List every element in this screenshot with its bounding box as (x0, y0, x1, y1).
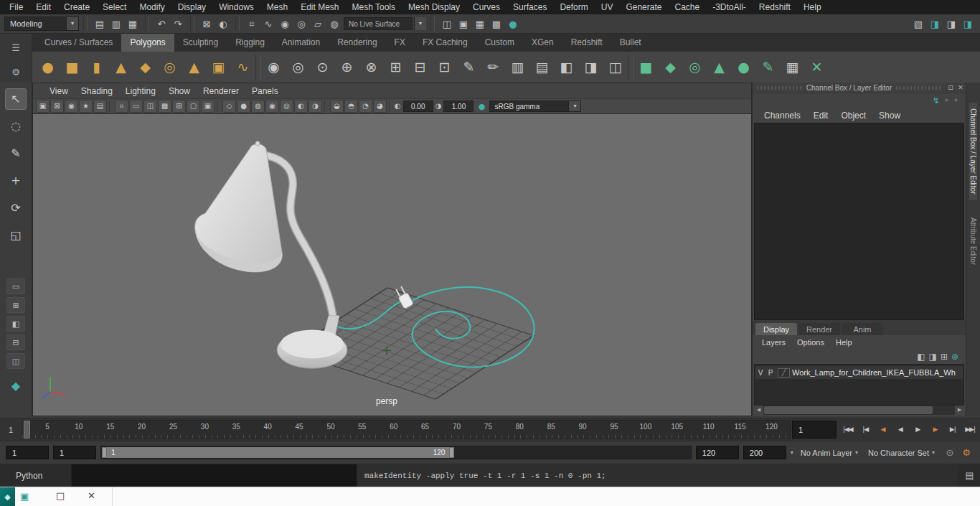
view-transform-toggle-icon[interactable]: ● (476, 100, 487, 112)
shelf-tab[interactable]: Rigging (227, 34, 273, 52)
snap-to-curve-icon[interactable]: ∿ (260, 16, 276, 32)
layer-editor-menu-item[interactable]: Layers (757, 337, 791, 348)
image-plane-icon[interactable]: ▤ (93, 100, 107, 113)
menu-item[interactable]: Help (797, 0, 828, 14)
bevel-icon[interactable]: ⊟ (408, 55, 432, 80)
tab-channel-box[interactable]: Channel Box / Layer Editor (969, 103, 977, 200)
move-tool[interactable]: + (5, 170, 27, 192)
undo-icon[interactable]: ↶ (154, 16, 169, 32)
layer-editor-tab[interactable]: Display (755, 323, 797, 335)
scroll-left-icon[interactable]: ◀ (754, 406, 763, 415)
current-frame-marker[interactable] (24, 421, 30, 439)
safe-action-icon[interactable]: ▢ (187, 100, 200, 113)
mt-target-weld-icon[interactable]: ● (732, 55, 755, 80)
layout-single-pane[interactable]: ▭ (6, 278, 25, 294)
menu-item[interactable]: -3DtoAll- (706, 0, 753, 14)
combine-icon[interactable]: ⊕ (335, 55, 359, 80)
make-live-icon[interactable]: ◍ (326, 16, 342, 32)
separate-icon[interactable]: ⊗ (359, 55, 383, 80)
go-to-start-button[interactable]: |◀◀ (840, 422, 855, 438)
menu-item[interactable]: Cache (668, 0, 706, 14)
shelf-tab[interactable]: Bullet (611, 34, 650, 52)
scroll-right-icon[interactable]: ▶ (955, 406, 964, 415)
poly-platonic-icon[interactable]: ◆ (133, 55, 157, 80)
layer-editor-menu-item[interactable]: Help (831, 337, 857, 348)
viewport-3d-scene[interactable]: persp (33, 114, 751, 416)
field-chart-icon[interactable]: ⊞ (172, 100, 186, 113)
close-window-icon[interactable]: ✕ (88, 491, 95, 500)
shelf-tab[interactable]: Curves / Surfaces (36, 34, 121, 52)
menu-item[interactable]: Mesh Tools (346, 0, 402, 14)
range-end-handle[interactable] (449, 447, 454, 458)
center-pivot-icon[interactable]: ◫ (603, 55, 627, 80)
scale-tool[interactable]: ◱ (5, 225, 27, 246)
redo-icon[interactable]: ↷ (170, 16, 186, 32)
shelf-tabs-menu-icon[interactable]: ☰ (8, 39, 24, 55)
highlight-selection-icon[interactable]: ◐ (215, 16, 231, 32)
character-set-dropdown[interactable]: No Character Set ▾ (865, 446, 938, 459)
window-app-icon[interactable]: ▣ (20, 492, 29, 501)
transform-constraint-icon[interactable]: ✕ (805, 55, 829, 80)
live-surface-field[interactable]: No Live Surface (344, 17, 413, 30)
exposure-icon[interactable]: ◐ (395, 103, 401, 110)
attribute-editor-toggle-icon[interactable]: ◨ (943, 16, 959, 32)
step-forward-frame-button[interactable]: ▶| (945, 422, 960, 438)
chevron-down-icon[interactable]: ▾ (414, 17, 426, 30)
auto-key-icon[interactable]: ⊙ (942, 445, 958, 461)
menu-item[interactable]: Display (171, 0, 212, 14)
shelf-tab[interactable]: FX Caching (414, 34, 476, 52)
panel-drag-bar[interactable]: Channel Box / Layer Editor ⊡ ✕ (753, 83, 966, 93)
occlusion-icon[interactable]: ◒ (330, 100, 344, 113)
shelf-tab[interactable]: Custom (476, 34, 523, 52)
menu-item[interactable]: Select (96, 0, 133, 14)
select-camera-icon[interactable]: ▣ (36, 100, 50, 113)
snap-to-view-plane-icon[interactable]: ▱ (310, 16, 326, 32)
panel-menu-item[interactable]: Shading (75, 85, 119, 98)
new-layer-from-selected-icon[interactable]: ⊞ (941, 352, 948, 362)
wireframe-icon[interactable]: ◇ (222, 100, 236, 113)
ipr-render-icon[interactable]: ▦ (472, 16, 488, 32)
chevron-down-icon[interactable]: ▾ (791, 450, 793, 456)
step-back-frame-button[interactable]: |◀ (858, 422, 873, 438)
chevron-down-icon[interactable]: ▾ (568, 101, 580, 111)
render-view-icon[interactable]: ◫ (439, 16, 455, 32)
shelf-tab[interactable]: Animation (273, 34, 329, 52)
gate-mask-icon[interactable]: ▩ (158, 100, 171, 113)
lamp-model[interactable] (195, 141, 347, 368)
panel-menu-item[interactable]: Show (162, 85, 197, 98)
paint-select-tool[interactable]: ✎ (5, 143, 27, 164)
wireframe-on-shaded-icon[interactable]: ◍ (251, 100, 265, 113)
command-input[interactable] (72, 464, 357, 487)
shelf-tab[interactable]: Polygons (121, 34, 174, 52)
view-transform-dropdown[interactable]: sRGB gamma ▾ (489, 100, 581, 112)
poly-sphere-icon[interactable]: ● (36, 55, 60, 80)
mt-bevel-icon[interactable]: ◆ (659, 55, 682, 80)
layout-four-pane[interactable]: ⊞ (6, 297, 25, 313)
poly-pyramid-icon[interactable]: ▲ (182, 55, 206, 80)
tab-attribute-editor[interactable]: Attribute Editor (969, 212, 977, 271)
channel-box-content[interactable] (754, 123, 964, 320)
menu-set-dropdown[interactable]: Modeling ▾ (4, 17, 79, 31)
menu-item[interactable]: UV (595, 0, 620, 14)
align-icon[interactable]: ◨ (579, 55, 603, 80)
range-slider-track[interactable]: 1 120 (100, 446, 692, 459)
bookmark-icon[interactable]: ★ (79, 100, 93, 113)
shelf-tab[interactable]: Sculpting (174, 34, 227, 52)
panel-menu-item[interactable]: Renderer (197, 85, 245, 98)
menu-item[interactable]: Mesh Display (402, 0, 466, 14)
camera-attributes-icon[interactable]: ◉ (65, 100, 78, 113)
snap-to-point-icon[interactable]: ◉ (277, 16, 293, 32)
poly-helix-icon[interactable]: ∿ (231, 55, 255, 80)
quad-draw-icon[interactable]: ✏ (481, 55, 505, 80)
menu-item[interactable]: Curves (466, 0, 507, 14)
scrollbar-thumb[interactable] (764, 406, 933, 414)
key-state-icon[interactable]: ◦ (953, 95, 958, 106)
gamma-field[interactable]: 1.00 (443, 100, 473, 112)
layer-row[interactable]: V P ╱ Work_Lamp_for_Children_IKEA_FUBBLA… (755, 366, 963, 379)
channel-box-menu-item[interactable]: Edit (808, 109, 834, 122)
range-start-handle[interactable] (102, 447, 107, 458)
layer-type-box[interactable]: ╱ (778, 368, 790, 378)
exposure-field[interactable]: 0.00 (403, 100, 433, 112)
isolate-select-icon[interactable]: ◔ (359, 100, 372, 113)
poly-cylinder-icon[interactable]: ▮ (85, 55, 108, 80)
